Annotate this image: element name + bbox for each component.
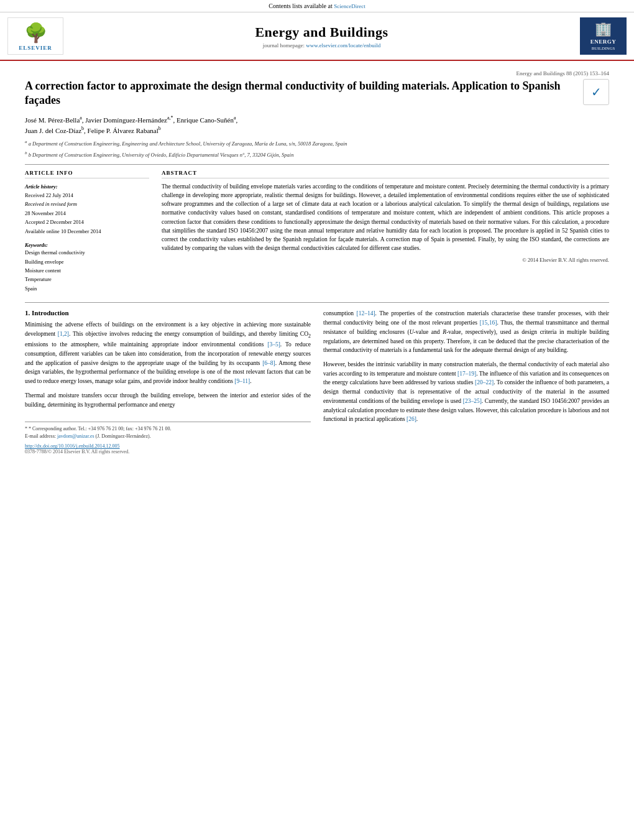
footnote-author-note: * Corresponding author. Tel.: +34 976 76… — [29, 426, 171, 432]
received-date: Received 22 July 2014 — [25, 191, 149, 200]
footnote-section: * * Corresponding author. Tel.: +34 976 … — [25, 422, 311, 455]
journal-center: Energy and Buildings journal homepage: w… — [76, 24, 567, 48]
article-title-section: A correction factor to approximate the d… — [25, 79, 609, 108]
ref-3-5[interactable]: [3–5] — [267, 341, 280, 348]
affiliation-b: b b Department of Construction Engineeri… — [25, 150, 609, 159]
available-date: Available online 10 December 2014 — [25, 227, 149, 236]
ref-26[interactable]: [26] — [407, 416, 416, 422]
keyword-3: Moisture content — [25, 266, 149, 275]
footnote-email-link[interactable]: javdom@unizar.es — [57, 433, 94, 439]
crossmark-badge: ✓ — [583, 79, 609, 105]
sciencedirect-label: Contents lists available at — [269, 2, 334, 9]
article-title: A correction factor to approximate the d… — [25, 79, 577, 108]
abstract-label: ABSTRACT — [162, 170, 609, 178]
footnote-email-line: E-mail address: javdom@unizar.es (J. Dom… — [25, 433, 311, 440]
abstract-col: ABSTRACT The thermal conductivity of bui… — [162, 170, 609, 293]
authors-line: José M. Pérez-Bellaa, Javier Domínguez-H… — [25, 114, 609, 136]
eb-logo-title: ENERGY — [590, 39, 617, 45]
elsevier-tree-icon: 🌳 — [24, 22, 47, 44]
history-label: Article history: — [25, 183, 58, 190]
intro-heading: 1. Introduction — [25, 309, 311, 316]
keyword-1: Design thermal conductivity — [25, 248, 149, 257]
ref-6-8[interactable]: [6–8] — [262, 360, 275, 366]
received-revised-date: 28 November 2014 — [25, 209, 149, 218]
article-history: Article history: Received 22 July 2014 R… — [25, 182, 149, 236]
main-content: Energy and Buildings 88 (2015) 153–164 A… — [0, 61, 634, 464]
keywords-list: Design thermal conductivity Building env… — [25, 248, 149, 293]
keywords-section: Keywords: Design thermal conductivity Bu… — [25, 242, 149, 293]
intro-paragraph-1: Minimising the adverse effects of buildi… — [25, 320, 311, 385]
journal-homepage: journal homepage: www.elsevier.com/locat… — [76, 42, 567, 48]
elsevier-label: ELSEVIER — [19, 45, 52, 51]
keywords-label: Keywords: — [25, 242, 149, 248]
volume-info: Energy and Buildings 88 (2015) 153–164 — [25, 70, 609, 76]
footnote-email-suffix: (J. Domínguez-Hernández). — [96, 433, 151, 439]
affiliation-a: a a Department of Construction Engineeri… — [25, 139, 609, 148]
keyword-5: Spain — [25, 284, 149, 293]
ref-15-16[interactable]: [15,16] — [480, 320, 497, 326]
homepage-link[interactable]: www.elsevier.com/locate/enbuild — [306, 42, 380, 48]
accepted-date: Accepted 2 December 2014 — [25, 218, 149, 226]
footnote-email-label: E-mail address: — [25, 433, 56, 439]
journal-header: 🌳 ELSEVIER Energy and Buildings journal … — [0, 12, 634, 61]
ref-12-14[interactable]: [12–14] — [357, 310, 375, 316]
homepage-label: journal homepage: — [263, 42, 305, 48]
abstract-text: The thermal conductivity of building env… — [162, 182, 609, 253]
crossmark-icon: ✓ — [591, 85, 602, 99]
info-abstract-section: ARTICLE INFO Article history: Received 2… — [25, 170, 609, 293]
ref-1-2[interactable]: [1,2] — [58, 331, 69, 337]
keyword-4: Temperature — [25, 275, 149, 284]
doi-link[interactable]: http://dx.doi.org/10.1016/j.enbuild.2014… — [25, 443, 120, 449]
elsevier-logo: 🌳 ELSEVIER — [7, 17, 63, 55]
doi-line[interactable]: http://dx.doi.org/10.1016/j.enbuild.2014… — [25, 443, 311, 449]
energy-buildings-logo: 🏢 ENERGY BUILDINGS — [580, 17, 627, 55]
body-content: 1. Introduction Minimising the adverse e… — [25, 309, 609, 455]
section-number: 1. — [25, 309, 30, 316]
ref-23-25[interactable]: [23–25] — [463, 398, 482, 404]
right-paragraph-2: However, besides the intrinsic variabili… — [323, 360, 609, 424]
title-divider — [25, 164, 609, 165]
received-revised-label: Received in revised form — [25, 200, 149, 208]
journal-title: Energy and Buildings — [76, 24, 567, 40]
keyword-2: Building envelope — [25, 257, 149, 266]
section-title: Introduction — [32, 309, 69, 316]
right-paragraph-1: consumption [12–14]. The properties of t… — [323, 309, 609, 355]
ref-9-11[interactable]: [9–11] — [234, 378, 250, 384]
footnote-star: * * Corresponding author. Tel.: +34 976 … — [25, 425, 311, 433]
ref-17-19[interactable]: [17–19] — [457, 371, 476, 377]
sciencedirect-link[interactable]: ScienceDirect — [334, 3, 365, 9]
body-left-col: 1. Introduction Minimising the adverse e… — [25, 309, 311, 455]
building-icon: 🏢 — [595, 21, 612, 37]
copyright-line: © 2014 Elsevier B.V. All rights reserved… — [162, 257, 609, 263]
issn-line: 0378-7788/© 2014 Elsevier B.V. All right… — [25, 449, 311, 455]
article-info-col: ARTICLE INFO Article history: Received 2… — [25, 170, 149, 293]
ref-20-22[interactable]: [20–22] — [475, 379, 494, 385]
article-info-label: ARTICLE INFO — [25, 170, 149, 178]
abstract-body-divider — [25, 302, 609, 303]
body-right-col: consumption [12–14]. The properties of t… — [323, 309, 609, 455]
top-bar: Contents lists available at ScienceDirec… — [0, 0, 634, 12]
eb-logo-subtitle: BUILDINGS — [592, 46, 615, 51]
intro-paragraph-2: Thermal and moisture transfers occur thr… — [25, 391, 311, 409]
